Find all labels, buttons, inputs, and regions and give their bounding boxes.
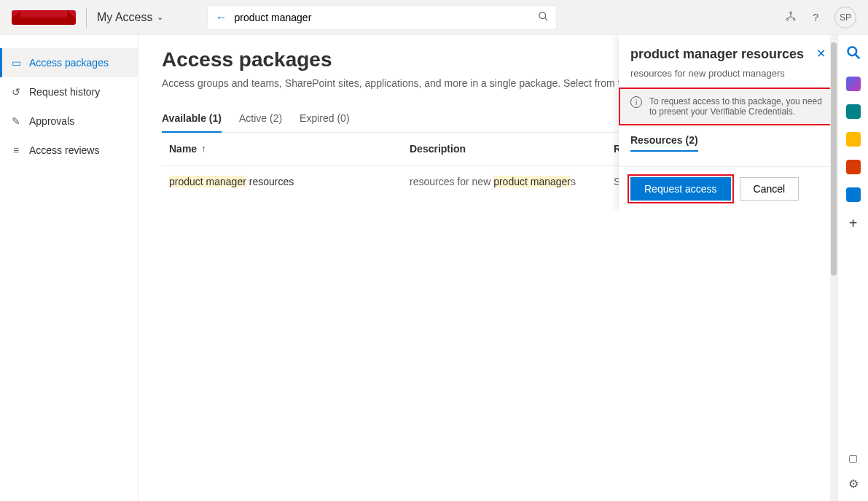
top-bar: My Access ⌄ ← ? SP	[0, 0, 868, 35]
tenant-logo	[12, 10, 76, 25]
layout: ▭ Access packages ↺ Request history ✎ Ap…	[0, 35, 868, 501]
package-icon: ▭	[10, 57, 22, 69]
rail-briefcase-icon[interactable]	[846, 104, 861, 119]
text: s	[571, 176, 576, 187]
text: resources for new	[410, 176, 493, 187]
sidebar: ▭ Access packages ↺ Request history ✎ Ap…	[0, 35, 138, 501]
svg-point-4	[794, 18, 796, 20]
close-icon[interactable]: ✕	[816, 47, 826, 61]
svg-line-1	[545, 18, 548, 20]
main-content: Access packages Access groups and teams,…	[138, 35, 837, 211]
tab-available[interactable]: Available (1)	[162, 108, 222, 133]
sort-up-icon: ↑	[201, 144, 206, 154]
review-icon: ≡	[10, 144, 22, 156]
rail-office-icon[interactable]	[846, 160, 861, 174]
highlight: product manager	[169, 176, 246, 187]
svg-point-0	[539, 12, 546, 18]
svg-point-2	[790, 12, 792, 14]
app-name-label: My Access	[97, 11, 152, 24]
back-arrow-icon[interactable]: ←	[215, 11, 227, 24]
info-text: To request access to this package, you n…	[649, 96, 826, 117]
resources-tab[interactable]: Resources (2)	[630, 134, 698, 152]
org-icon[interactable]	[785, 10, 797, 25]
scrollbar[interactable]	[830, 35, 837, 501]
cell-description: resources for new product managers	[410, 176, 614, 187]
divider	[86, 7, 87, 28]
content-wrapper: Access packages Access groups and teams,…	[138, 35, 868, 501]
approval-icon: ✎	[10, 115, 22, 127]
panel-footer: Request access Cancel	[619, 166, 837, 211]
app-switcher[interactable]: My Access ⌄	[97, 11, 163, 24]
tab-expired[interactable]: Expired (0)	[300, 108, 349, 132]
info-icon: i	[630, 96, 642, 108]
sidebar-item-request-history[interactable]: ↺ Request history	[0, 77, 138, 106]
svg-line-7	[791, 16, 794, 18]
rail-expand-icon[interactable]: ▢	[848, 452, 858, 464]
svg-point-3	[786, 18, 789, 20]
sidebar-item-approvals[interactable]: ✎ Approvals	[0, 106, 138, 136]
text: resources	[246, 176, 294, 187]
top-right-actions: ? SP	[785, 7, 856, 28]
right-rail: + ▢ ⚙	[837, 35, 868, 501]
svg-line-6	[788, 16, 791, 18]
cell-name: product manager resources	[169, 176, 410, 187]
tab-active[interactable]: Active (2)	[239, 108, 282, 132]
sidebar-item-access-reviews[interactable]: ≡ Access reviews	[0, 136, 138, 165]
chevron-down-icon: ⌄	[157, 12, 163, 22]
sidebar-item-label: Approvals	[29, 115, 74, 127]
svg-point-8	[848, 47, 856, 56]
rail-search-icon[interactable]	[846, 45, 861, 63]
search-input[interactable]	[234, 12, 531, 23]
highlight: product manager	[493, 176, 571, 187]
info-banner: i To request access to this package, you…	[619, 88, 837, 125]
sidebar-item-access-packages[interactable]: ▭ Access packages	[0, 48, 138, 77]
col-header-name-label: Name	[169, 143, 197, 155]
history-icon: ↺	[10, 86, 22, 98]
help-icon[interactable]: ?	[813, 12, 818, 23]
search-icon[interactable]	[538, 11, 549, 24]
rail-add-icon[interactable]: +	[849, 215, 858, 232]
cancel-button[interactable]: Cancel	[740, 177, 799, 201]
sidebar-item-label: Access packages	[29, 57, 109, 69]
request-access-button[interactable]: Request access	[630, 177, 731, 201]
col-header-name[interactable]: Name ↑	[169, 143, 410, 155]
panel-title: product manager resources	[630, 47, 804, 62]
panel-subtitle: resources for new product managers	[630, 68, 826, 79]
sidebar-item-label: Access reviews	[29, 144, 99, 156]
rail-outlook-icon[interactable]	[846, 187, 861, 202]
sidebar-item-label: Request history	[29, 86, 100, 98]
search-bar[interactable]: ←	[207, 5, 557, 30]
rail-copilot-icon[interactable]	[846, 77, 861, 91]
rail-people-icon[interactable]	[846, 132, 861, 147]
avatar[interactable]: SP	[834, 7, 856, 28]
rail-settings-icon[interactable]: ⚙	[848, 477, 859, 491]
svg-line-9	[855, 55, 859, 59]
details-panel: product manager resources ✕ resources fo…	[619, 35, 837, 211]
col-header-description[interactable]: Description	[410, 143, 614, 155]
details-body: product manager resources ✕ resources fo…	[619, 35, 837, 166]
